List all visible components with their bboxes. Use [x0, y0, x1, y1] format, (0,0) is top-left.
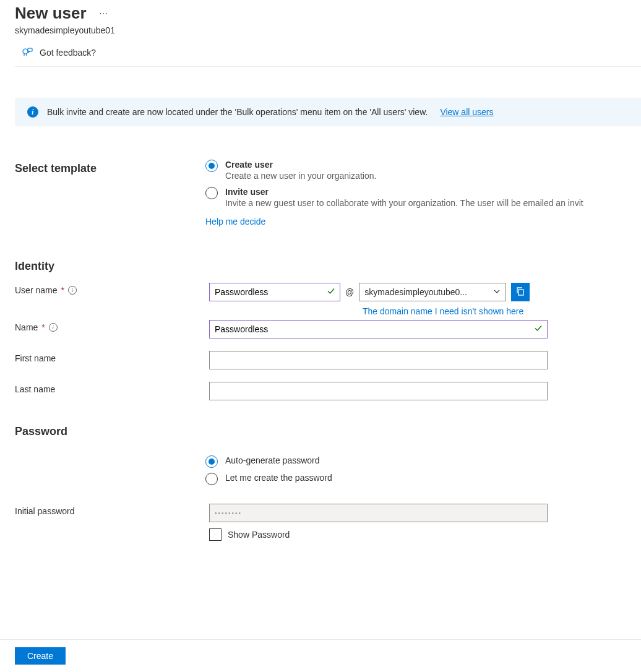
last-name-input[interactable]: [209, 382, 548, 400]
feedback-icon: [21, 46, 33, 59]
page-title: New user: [15, 4, 87, 23]
create-user-radio-label: Create user: [225, 160, 376, 170]
chevron-down-icon: [493, 287, 501, 297]
view-all-users-link[interactable]: View all users: [440, 107, 493, 117]
create-user-radio-desc: Create a new user in your organization.: [225, 171, 376, 181]
create-user-radio[interactable]: [205, 160, 218, 172]
info-icon: i: [27, 106, 38, 118]
copy-icon: [515, 286, 525, 298]
required-indicator: *: [61, 285, 64, 295]
auto-generate-password-label: Auto-generate password: [225, 455, 320, 465]
info-tooltip-icon[interactable]: i: [68, 286, 77, 295]
last-name-label: Last name: [15, 384, 55, 394]
name-label: Name: [15, 322, 38, 332]
help-me-decide-link[interactable]: Help me decide: [205, 217, 265, 226]
show-password-checkbox[interactable]: [209, 528, 222, 541]
initial-password-label: Initial password: [15, 506, 75, 516]
copy-button[interactable]: [511, 283, 530, 301]
svg-point-0: [23, 49, 28, 54]
name-input[interactable]: [209, 320, 548, 338]
required-indicator: *: [41, 322, 45, 332]
domain-not-shown-link[interactable]: The domain name I need isn't shown here: [363, 306, 641, 316]
invite-user-radio-desc: Invite a new guest user to collaborate w…: [225, 198, 583, 208]
first-name-input[interactable]: [209, 351, 548, 369]
identity-heading: Identity: [15, 260, 641, 273]
svg-rect-1: [28, 48, 32, 51]
manual-password-label: Let me create the password: [225, 473, 332, 483]
more-options-button[interactable]: ⋯: [99, 9, 108, 19]
password-heading: Password: [15, 425, 641, 438]
tenant-subtitle: skymadesimpleyoutube01: [15, 25, 641, 35]
show-password-label: Show Password: [228, 530, 290, 540]
info-tooltip-icon[interactable]: i: [49, 323, 58, 332]
feedback-bar[interactable]: Got feedback?: [15, 35, 641, 67]
info-banner: i Bulk invite and create are now located…: [15, 98, 641, 126]
at-sign-label: @: [345, 287, 354, 297]
invite-user-radio-label: Invite user: [225, 187, 583, 197]
username-input[interactable]: [209, 283, 340, 301]
domain-dropdown[interactable]: skymadesimpleyoutube0...: [359, 283, 506, 301]
info-banner-text: Bulk invite and create are now located u…: [47, 107, 428, 117]
invite-user-radio[interactable]: [205, 187, 218, 199]
username-label: User name: [15, 285, 57, 295]
first-name-label: First name: [15, 353, 56, 363]
select-template-heading: Select template: [15, 162, 205, 175]
svg-rect-2: [518, 290, 523, 295]
auto-generate-password-radio[interactable]: [205, 455, 218, 468]
domain-dropdown-value: skymadesimpleyoutube0...: [364, 287, 467, 297]
initial-password-input: ••••••••: [209, 504, 548, 522]
manual-password-radio[interactable]: [205, 473, 218, 485]
feedback-label: Got feedback?: [40, 48, 96, 58]
